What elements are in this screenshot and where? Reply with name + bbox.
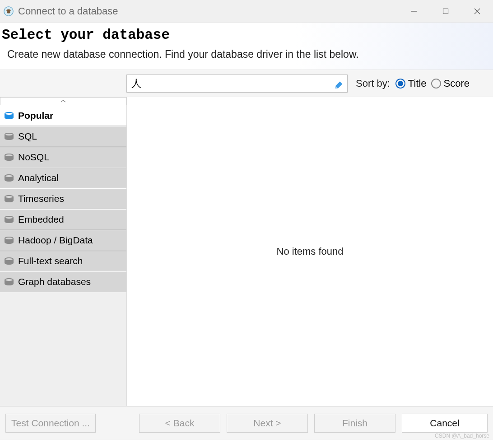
- cancel-button[interactable]: Cancel: [402, 414, 488, 433]
- back-button[interactable]: < Back: [139, 414, 220, 433]
- app-icon: [4, 6, 14, 16]
- category-item-timeseries[interactable]: Timeseries: [0, 188, 126, 209]
- category-item-sql[interactable]: SQL: [0, 126, 126, 147]
- radio-dot-icon: [431, 79, 441, 89]
- category-item-full-text-search[interactable]: Full-text search: [0, 251, 126, 271]
- svg-rect-2: [7, 11, 10, 14]
- window-title: Connect to a database: [18, 5, 398, 17]
- toolbar: Sort by: TitleScore: [0, 70, 493, 97]
- category-sidebar: PopularSQLNoSQLAnalyticalTimeseriesEmbed…: [0, 97, 127, 406]
- finish-button[interactable]: Finish: [314, 414, 395, 433]
- svg-rect-4: [443, 9, 448, 14]
- sort-radio-score[interactable]: Score: [431, 78, 470, 89]
- category-item-embedded[interactable]: Embedded: [0, 209, 126, 230]
- watermark: CSDN @A_bad_horse: [435, 433, 489, 439]
- category-label: Embedded: [18, 214, 64, 225]
- radio-label: Score: [444, 78, 470, 89]
- test-connection-button[interactable]: Test Connection ...: [5, 414, 96, 433]
- category-item-graph-databases[interactable]: Graph databases: [0, 271, 126, 292]
- category-item-nosql[interactable]: NoSQL: [0, 147, 126, 168]
- search-input[interactable]: [126, 75, 348, 93]
- results-panel: No items found: [127, 97, 493, 406]
- wizard-header: Select your database Create new database…: [0, 23, 493, 70]
- category-label: Analytical: [18, 173, 59, 183]
- category-item-hadoop-bigdata[interactable]: Hadoop / BigData: [0, 230, 126, 251]
- empty-results-text: No items found: [277, 246, 344, 257]
- category-label: Popular: [18, 110, 53, 121]
- wizard-footer: Test Connection ... < Back Next > Finish…: [0, 406, 493, 440]
- category-label: Graph databases: [18, 276, 91, 287]
- category-label: Full-text search: [18, 256, 83, 266]
- minimize-button[interactable]: [398, 0, 430, 22]
- maximize-button[interactable]: [430, 0, 461, 22]
- category-label: Hadoop / BigData: [18, 235, 93, 246]
- sort-radio-title[interactable]: Title: [395, 78, 427, 89]
- close-button[interactable]: [461, 0, 493, 22]
- category-label: Timeseries: [18, 193, 64, 204]
- radio-dot-icon: [395, 79, 405, 89]
- page-title: Select your database: [2, 27, 487, 43]
- radio-label: Title: [408, 78, 427, 89]
- sidebar-collapse-handle[interactable]: [0, 97, 126, 105]
- page-description: Create new database connection. Find you…: [2, 47, 372, 61]
- category-label: SQL: [18, 131, 37, 142]
- sort-label: Sort by:: [356, 78, 390, 89]
- next-button[interactable]: Next >: [227, 414, 308, 433]
- category-label: NoSQL: [18, 152, 49, 163]
- clear-search-icon[interactable]: [333, 78, 345, 89]
- category-item-analytical[interactable]: Analytical: [0, 168, 126, 188]
- category-item-popular[interactable]: Popular: [0, 105, 126, 126]
- titlebar: Connect to a database: [0, 0, 493, 23]
